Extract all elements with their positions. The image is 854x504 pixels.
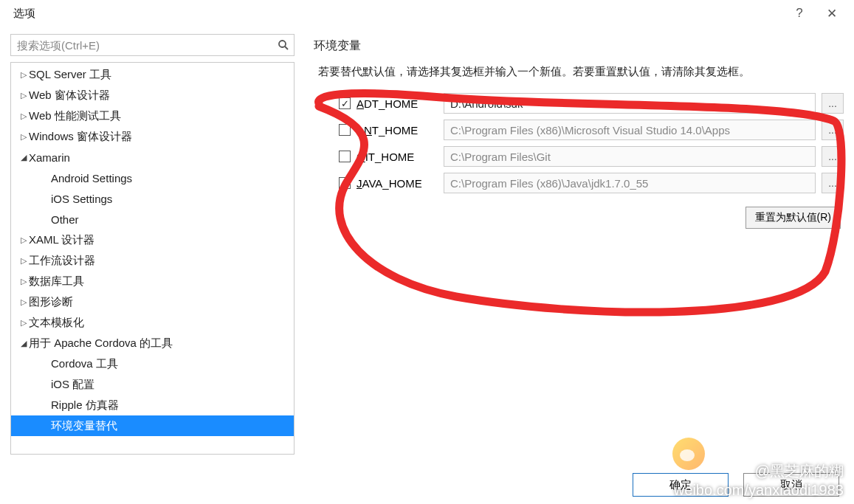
env-row: GIT_HOME... (339, 143, 844, 170)
tree-twisty-icon[interactable]: ▷ (18, 256, 29, 266)
close-icon[interactable]: ✕ (816, 2, 848, 24)
env-row: JAVA_HOME... (339, 170, 844, 196)
tree-item-label: 工作流设计器 (29, 254, 95, 268)
tree-twisty-icon[interactable]: ▷ (18, 91, 29, 100)
tree-twisty-icon[interactable]: ▷ (18, 277, 29, 286)
tree-item-label: Android Settings (51, 172, 132, 184)
tree-item-label: iOS Settings (51, 193, 112, 205)
tree-item[interactable]: ▷Web 性能测试工具 (11, 106, 294, 126)
tree-item-label: Web 窗体设计器 (29, 89, 110, 103)
tree-item[interactable]: Ripple 仿真器 (11, 395, 294, 415)
env-input (444, 173, 816, 193)
svg-point-0 (279, 41, 286, 47)
tree-item[interactable]: iOS 配置 (11, 374, 294, 395)
tree-twisty-icon[interactable]: ▷ (18, 132, 29, 142)
env-checkbox[interactable] (339, 177, 351, 189)
tree-item[interactable]: Other (11, 209, 294, 229)
env-checkbox[interactable]: ✓ (339, 97, 351, 109)
env-row: ✓ADT_HOME... (339, 90, 844, 117)
search-box[interactable] (10, 34, 295, 56)
tree-item[interactable]: Cordova 工具 (11, 353, 294, 374)
env-label: GIT_HOME (357, 151, 438, 163)
tree-item-label: 图形诊断 (29, 295, 73, 309)
tree-item[interactable]: ▷SQL Server 工具 (11, 64, 294, 85)
tree-twisty-icon[interactable]: ▷ (18, 318, 29, 328)
tree-twisty-icon[interactable]: ▷ (18, 297, 29, 307)
tree-twisty-icon[interactable]: ◢ (18, 153, 29, 162)
tree-item-label: 用于 Apache Cordova 的工具 (29, 336, 173, 351)
tree-item-label: Cordova 工具 (51, 357, 118, 371)
env-input (444, 146, 816, 167)
right-pane: 环境变量 若要替代默认值，请选择其复选框并输入一个新值。若要重置默认值，请清除其… (295, 34, 844, 455)
env-input[interactable] (444, 93, 816, 114)
env-input (444, 120, 816, 140)
env-label: ADT_HOME (357, 97, 438, 110)
tree-item-label: SQL Server 工具 (29, 68, 111, 82)
section-title: 环境变量 (314, 38, 844, 54)
ok-button[interactable]: 确定 (633, 473, 729, 497)
tree-item-label: Other (51, 213, 79, 226)
browse-button[interactable]: ... (822, 93, 844, 114)
svg-line-1 (285, 46, 288, 49)
tree-item-label: Ripple 仿真器 (51, 398, 119, 412)
tree-item-label: iOS 配置 (51, 378, 94, 392)
tree-item[interactable]: ▷文本模板化 (11, 312, 294, 333)
tree-item[interactable]: ▷工作流设计器 (11, 250, 294, 271)
window-title: 选项 (6, 7, 783, 21)
env-checkbox[interactable] (339, 151, 351, 162)
tree-twisty-icon[interactable]: ◢ (18, 339, 29, 348)
tree-item[interactable]: iOS Settings (11, 188, 294, 209)
tree-item-label: 数据库工具 (29, 275, 84, 289)
browse-button[interactable]: ... (822, 120, 844, 140)
tree-item[interactable]: ▷图形诊断 (11, 291, 294, 312)
tree-item[interactable]: ◢Xamarin (11, 147, 294, 168)
tree-item-label: 环境变量替代 (51, 419, 117, 433)
reset-button[interactable]: 重置为默认值(R) (745, 207, 841, 229)
dialog-footer: 确定 取消 (633, 473, 839, 497)
tree-item-label: Xamarin (29, 151, 70, 164)
tree-item-label: XAML 设计器 (29, 233, 94, 247)
title-bar: 选项 ? ✕ (0, 0, 854, 27)
tree-item-label: Web 性能测试工具 (29, 109, 121, 123)
tree-twisty-icon[interactable]: ▷ (18, 70, 29, 80)
content-area: ▷SQL Server 工具▷Web 窗体设计器▷Web 性能测试工具▷Wind… (0, 27, 854, 455)
cancel-button[interactable]: 取消 (743, 473, 839, 497)
tree-item[interactable]: ▷Web 窗体设计器 (11, 85, 294, 106)
options-tree[interactable]: ▷SQL Server 工具▷Web 窗体设计器▷Web 性能测试工具▷Wind… (10, 62, 295, 455)
env-rows: ✓ADT_HOME...ANT_HOME...GIT_HOME...JAVA_H… (339, 90, 844, 196)
browse-button[interactable]: ... (822, 173, 844, 193)
tree-item[interactable]: ◢用于 Apache Cordova 的工具 (11, 333, 294, 353)
left-pane: ▷SQL Server 工具▷Web 窗体设计器▷Web 性能测试工具▷Wind… (10, 34, 295, 455)
tree-item-label: Windows 窗体设计器 (29, 130, 132, 144)
env-label: JAVA_HOME (357, 177, 438, 190)
help-icon[interactable]: ? (783, 2, 816, 24)
tree-twisty-icon[interactable]: ▷ (18, 235, 29, 245)
tree-item-label: 文本模板化 (29, 316, 84, 330)
browse-button[interactable]: ... (822, 146, 844, 167)
env-checkbox[interactable] (339, 124, 351, 136)
section-description: 若要替代默认值，请选择其复选框并输入一个新值。若要重置默认值，请清除其复选框。 (318, 63, 844, 80)
tree-twisty-icon[interactable]: ▷ (18, 111, 29, 121)
tree-item[interactable]: Android Settings (11, 168, 294, 188)
env-row: ANT_HOME... (339, 117, 844, 143)
env-label: ANT_HOME (357, 124, 438, 137)
tree-item[interactable]: ▷数据库工具 (11, 271, 294, 291)
tree-item[interactable]: 环境变量替代 (11, 415, 294, 436)
search-icon[interactable] (273, 35, 294, 55)
search-input[interactable] (11, 35, 273, 55)
tree-item[interactable]: ▷XAML 设计器 (11, 229, 294, 250)
tree-item[interactable]: ▷Windows 窗体设计器 (11, 126, 294, 147)
